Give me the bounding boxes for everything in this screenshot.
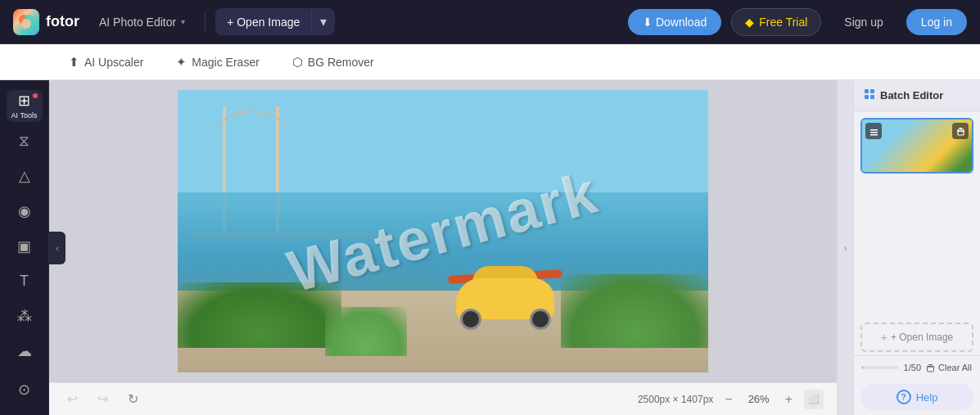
login-label: Log in <box>921 16 952 29</box>
batch-image-layers-button[interactable] <box>865 123 882 139</box>
main-image <box>178 90 708 372</box>
sidebar-item-frame[interactable]: ▣ <box>7 230 43 262</box>
diamond-icon: ◆ <box>745 16 754 29</box>
login-button[interactable]: Log in <box>906 9 967 35</box>
batch-footer: 1/50 Clear All <box>854 355 980 379</box>
free-trial-label: Free Trial <box>759 16 807 29</box>
sidebar-item-effects[interactable]: ◉ <box>7 195 43 227</box>
magic-eraser-item[interactable]: ✦ Magic Eraser <box>173 55 262 70</box>
image-wrapper: Watermark <box>178 90 708 372</box>
bg-remover-icon: ⬡ <box>292 55 303 70</box>
notification-dot <box>33 93 38 98</box>
fotor-logo-icon <box>13 9 39 35</box>
svg-rect-14 <box>928 364 933 365</box>
dropdown-arrow-icon: ▾ <box>320 15 327 29</box>
batch-open-image-button[interactable]: + + Open Image <box>860 323 973 352</box>
left-sidebar: ⊞ AI Tools ⧖ △ ◉ ▣ T ⁂ ☁ ⊙ ‹ <box>0 80 49 415</box>
svg-rect-7 <box>870 129 878 131</box>
image-dimensions-label: 2500px × 1407px <box>638 394 713 405</box>
download-button[interactable]: ⬇ Download <box>628 9 721 35</box>
svg-rect-8 <box>870 132 878 133</box>
zoom-in-button[interactable]: + <box>780 390 797 408</box>
sidebar-collapse-button[interactable]: ‹ <box>49 232 65 264</box>
sidebar-item-adjust[interactable]: ⧖ <box>7 125 43 157</box>
svg-rect-15 <box>928 367 934 372</box>
vegetation-right <box>561 274 708 348</box>
trash-icon <box>926 363 935 372</box>
ai-upscaler-item[interactable]: ⬆ AI Upscaler <box>65 55 147 70</box>
sub-header: ⬆ AI Upscaler ✦ Magic Eraser ⬡ BG Remove… <box>0 44 980 80</box>
svg-rect-11 <box>959 128 962 129</box>
svg-rect-12 <box>958 129 964 135</box>
batch-editor-header: Batch Editor <box>854 80 980 111</box>
upload-icon: ☁ <box>17 342 32 360</box>
right-panel-collapse-button[interactable]: › <box>837 80 853 415</box>
bg-remover-label: BG Remover <box>308 56 374 69</box>
clear-all-label: Clear All <box>938 363 972 372</box>
refresh-button[interactable]: ↻ <box>123 388 143 410</box>
svg-rect-9 <box>870 134 878 136</box>
magic-eraser-icon: ✦ <box>176 55 187 70</box>
open-image-button[interactable]: + Open Image ▾ <box>215 8 335 35</box>
app-name-label: AI Photo Editor <box>99 16 176 29</box>
undo-button[interactable]: ↩ <box>62 388 83 410</box>
logo-area: fotor <box>13 9 79 35</box>
car-wheel-front <box>460 309 481 330</box>
batch-editor-icon <box>864 88 875 102</box>
signup-button[interactable]: Sign up <box>831 9 896 35</box>
help-button[interactable]: ? Help <box>860 384 973 410</box>
batch-progress: 1/50 Clear All <box>862 363 972 372</box>
top-header: fotor AI Photo Editor ▾ + Open Image ▾ ⬇… <box>0 0 980 44</box>
vegetation-center <box>325 307 407 356</box>
sidebar-item-ai-tools[interactable]: ⊞ AI Tools <box>7 90 43 122</box>
sidebar-item-upload[interactable]: ☁ <box>7 335 43 367</box>
sidebar-item-text[interactable]: T <box>7 265 43 297</box>
progress-bar-container <box>862 366 899 369</box>
element-icon: ⁂ <box>17 307 32 325</box>
open-image-dropdown[interactable]: ▾ <box>312 8 335 35</box>
sidebar-item-filter[interactable]: △ <box>7 160 43 192</box>
signup-label: Sign up <box>844 16 883 29</box>
open-image-label: + Open Image <box>227 16 300 29</box>
help-label: Help <box>916 391 938 404</box>
svg-point-2 <box>21 19 31 29</box>
download-label: ⬇ Download <box>643 16 707 29</box>
magic-eraser-label: Magic Eraser <box>192 56 259 69</box>
batch-open-image-label: + Open Image <box>891 332 953 343</box>
svg-rect-3 <box>865 89 869 93</box>
effects-icon: ◉ <box>18 202 31 220</box>
text-icon: T <box>20 273 29 290</box>
image-background <box>178 90 708 372</box>
adjust-icon: ⧖ <box>19 133 29 150</box>
batch-image-item <box>860 118 973 174</box>
clear-all-button[interactable]: Clear All <box>926 363 972 372</box>
collapse-icon: ‹ <box>56 243 59 253</box>
chevron-down-icon: ▾ <box>181 17 185 26</box>
zoom-level-label: 26% <box>744 393 774 405</box>
open-image-main[interactable]: + Open Image <box>215 10 312 34</box>
vegetation-left <box>178 282 341 348</box>
batch-progress-label: 1/50 <box>904 363 921 372</box>
fit-button[interactable]: ⬜ <box>804 390 824 409</box>
free-trial-button[interactable]: ◆ Free Trial <box>731 8 821 36</box>
more-icon: ⊙ <box>18 381 30 399</box>
ai-tools-label: AI Tools <box>11 111 38 120</box>
batch-image-delete-button[interactable] <box>952 123 969 139</box>
ai-tools-icon: ⊞ <box>18 92 30 110</box>
frame-icon: ▣ <box>17 237 31 255</box>
progress-bar <box>862 366 863 369</box>
sidebar-item-element[interactable]: ⁂ <box>7 300 43 332</box>
main-layout: ⊞ AI Tools ⧖ △ ◉ ▣ T ⁂ ☁ ⊙ ‹ <box>0 80 980 415</box>
bg-remover-item[interactable]: ⬡ BG Remover <box>289 55 377 70</box>
ai-upscaler-icon: ⬆ <box>69 55 79 70</box>
app-selector[interactable]: AI Photo Editor ▾ <box>89 11 195 34</box>
sidebar-item-more[interactable]: ⊙ <box>7 373 43 405</box>
zoom-out-button[interactable]: − <box>720 390 737 408</box>
help-icon: ? <box>896 390 911 404</box>
header-divider <box>205 12 205 32</box>
batch-editor-title: Batch Editor <box>880 89 943 101</box>
batch-image-list <box>854 111 980 319</box>
redo-button[interactable]: ↪ <box>93 388 113 410</box>
batch-open-image-plus-icon: + <box>881 331 887 344</box>
right-collapse-icon: › <box>844 243 847 253</box>
